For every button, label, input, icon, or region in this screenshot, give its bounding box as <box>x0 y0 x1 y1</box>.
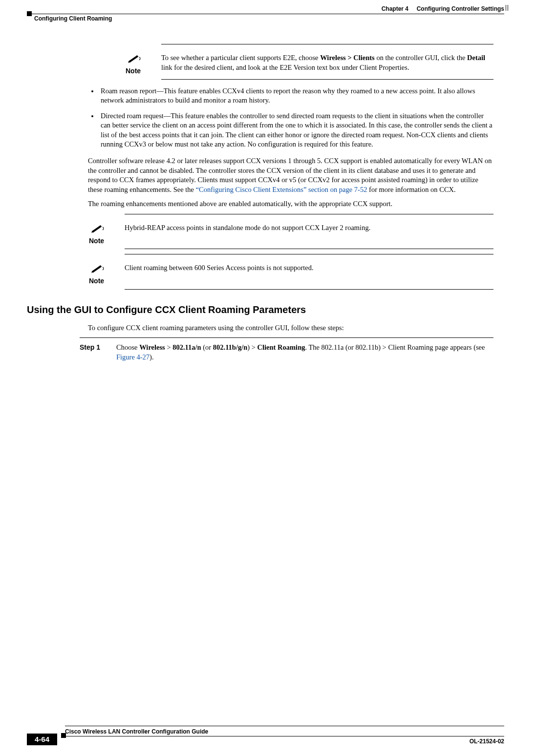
note-rule-bottom <box>161 79 493 80</box>
menu-bold: Wireless <box>139 343 165 351</box>
note-label: Note <box>126 67 141 75</box>
body-paragraph: The roaming enhancements mentioned above… <box>88 199 493 209</box>
cross-reference-link[interactable]: “Configuring Cisco Client Extensions” se… <box>196 186 367 193</box>
header-square-icon <box>27 11 32 16</box>
note-block-1: Note To see whether a particular client … <box>125 44 493 80</box>
step-text: ). <box>150 353 153 361</box>
footer-doc-number: OL-21524-02 <box>470 737 504 745</box>
step-text: ) > <box>247 343 257 351</box>
pencil-icon <box>128 53 141 66</box>
page-body: Note To see whether a particular client … <box>88 44 493 362</box>
note-label: Note <box>89 237 104 245</box>
menu-path-bold: Wireless > Clients <box>320 54 375 62</box>
menu-bold: 802.11b/g/n <box>213 343 248 351</box>
step-body: Choose Wireless > 802.11a/n (or 802.11b/… <box>116 343 493 362</box>
list-item: Directed roam request—This feature enabl… <box>99 111 493 149</box>
footer-square-icon <box>61 733 66 738</box>
section-heading: Using the GUI to Configure CCX Client Ro… <box>27 303 493 316</box>
pencil-icon <box>91 263 105 276</box>
para-text: for more information on CCX. <box>367 186 455 193</box>
chapter-line: Chapter 4 Configuring Controller Setting… <box>27 5 508 14</box>
note-label: Note <box>89 277 104 285</box>
chapter-label: Chapter 4 <box>382 5 408 12</box>
note-rule-bottom <box>125 289 493 290</box>
menu-bold: 802.11a/n <box>172 343 201 351</box>
chapter-title: Configuring Controller Settings <box>417 5 504 12</box>
note-block-2: Note Hybrid-REAP access points in standa… <box>88 214 493 250</box>
step-text: (or <box>201 343 213 351</box>
figure-reference-link[interactable]: Figure 4-27 <box>116 353 150 361</box>
note-body: Client roaming between 600 Series Access… <box>125 263 493 273</box>
footer-guide-title: Cisco Wireless LAN Controller Configurat… <box>65 726 504 736</box>
note-body: To see whether a particular client suppo… <box>161 53 493 72</box>
step-label: Step 1 <box>80 343 116 362</box>
step-separator-rule <box>80 337 493 338</box>
header-tick-icon <box>506 5 508 11</box>
note-rule-top <box>125 214 493 214</box>
pencil-icon <box>91 223 105 236</box>
note-rule-bottom <box>125 249 493 249</box>
note-block-3: Note Client roaming between 600 Series A… <box>88 254 493 290</box>
procedure-step-1: Step 1 Choose Wireless > 802.11a/n (or 8… <box>80 343 493 362</box>
page-header: Chapter 4 Configuring Controller Setting… <box>27 5 508 27</box>
note-text: link for the desired client, and look at… <box>161 63 409 71</box>
note-text: on the controller GUI, click the <box>375 54 467 62</box>
intro-paragraph: To configure CCX client roaming paramete… <box>88 323 493 333</box>
feature-bullet-list: Roam reason report—This feature enables … <box>88 86 493 149</box>
link-name-bold: Detail <box>467 54 485 62</box>
step-text: . The 802.11a (or 802.11b) > Client Roam… <box>305 343 485 351</box>
note-rule-top <box>125 254 493 254</box>
page-number: 4-64 <box>27 734 57 745</box>
body-paragraph: Controller software release 4.2 or later… <box>88 156 493 194</box>
menu-bold: Client Roaming <box>257 343 305 351</box>
section-title: Configuring Client Roaming <box>27 14 508 22</box>
step-text: > <box>165 343 172 351</box>
note-body: Hybrid-REAP access points in standalone … <box>125 223 493 233</box>
page-footer: Cisco Wireless LAN Controller Configurat… <box>27 726 508 745</box>
note-text: To see whether a particular client suppo… <box>161 54 320 62</box>
note-rule-top <box>161 44 493 44</box>
step-text: Choose <box>116 343 139 351</box>
list-item: Roam reason report—This feature enables … <box>99 86 493 105</box>
